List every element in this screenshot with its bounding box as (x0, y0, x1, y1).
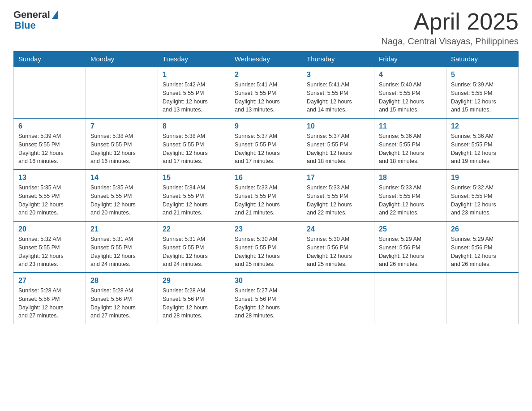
calendar-cell: 13Sunrise: 5:35 AM Sunset: 5:55 PM Dayli… (14, 170, 86, 221)
day-number: 21 (90, 225, 153, 233)
day-info: Sunrise: 5:35 AM Sunset: 5:55 PM Dayligh… (90, 184, 153, 217)
calendar-day-header: Thursday (302, 51, 374, 67)
day-number: 11 (379, 122, 442, 130)
calendar-cell: 14Sunrise: 5:35 AM Sunset: 5:55 PM Dayli… (86, 170, 158, 221)
logo-triangle-icon (52, 10, 58, 19)
day-number: 6 (18, 122, 81, 130)
day-info: Sunrise: 5:40 AM Sunset: 5:55 PM Dayligh… (379, 81, 442, 114)
day-info: Sunrise: 5:33 AM Sunset: 5:55 PM Dayligh… (235, 184, 297, 217)
day-number: 25 (379, 225, 442, 233)
calendar-cell: 17Sunrise: 5:33 AM Sunset: 5:55 PM Dayli… (302, 170, 374, 221)
page-header: General Blue April 2025 Naga, Central Vi… (13, 9, 519, 47)
calendar-day-header: Friday (374, 51, 446, 67)
day-number: 23 (235, 225, 297, 233)
day-info: Sunrise: 5:31 AM Sunset: 5:55 PM Dayligh… (90, 235, 153, 269)
day-info: Sunrise: 5:30 AM Sunset: 5:55 PM Dayligh… (235, 235, 297, 269)
calendar-location: Naga, Central Visayas, Philippines (382, 36, 519, 47)
day-number: 9 (235, 122, 297, 130)
calendar-cell: 24Sunrise: 5:30 AM Sunset: 5:56 PM Dayli… (302, 221, 374, 273)
day-number: 27 (18, 277, 81, 285)
calendar-week-row: 6Sunrise: 5:39 AM Sunset: 5:55 PM Daylig… (14, 118, 519, 170)
day-number: 22 (163, 225, 225, 233)
calendar-cell: 23Sunrise: 5:30 AM Sunset: 5:55 PM Dayli… (230, 221, 302, 273)
day-info: Sunrise: 5:28 AM Sunset: 5:56 PM Dayligh… (18, 287, 81, 320)
logo: General Blue (13, 9, 58, 31)
logo-blue-text: Blue (14, 20, 36, 31)
calendar-day-header: Saturday (446, 51, 519, 67)
calendar-week-row: 27Sunrise: 5:28 AM Sunset: 5:56 PM Dayli… (14, 273, 519, 324)
calendar-cell: 9Sunrise: 5:37 AM Sunset: 5:55 PM Daylig… (230, 118, 302, 170)
day-info: Sunrise: 5:27 AM Sunset: 5:56 PM Dayligh… (235, 287, 297, 320)
calendar-table: SundayMondayTuesdayWednesdayThursdayFrid… (13, 51, 519, 324)
calendar-week-row: 1Sunrise: 5:42 AM Sunset: 5:55 PM Daylig… (14, 67, 519, 118)
calendar-cell: 30Sunrise: 5:27 AM Sunset: 5:56 PM Dayli… (230, 273, 302, 324)
day-info: Sunrise: 5:42 AM Sunset: 5:55 PM Dayligh… (163, 81, 225, 114)
day-info: Sunrise: 5:30 AM Sunset: 5:56 PM Dayligh… (307, 235, 369, 269)
calendar-cell: 19Sunrise: 5:32 AM Sunset: 5:55 PM Dayli… (446, 170, 519, 221)
calendar-cell: 5Sunrise: 5:39 AM Sunset: 5:55 PM Daylig… (446, 67, 519, 118)
day-info: Sunrise: 5:29 AM Sunset: 5:56 PM Dayligh… (451, 235, 514, 269)
day-info: Sunrise: 5:31 AM Sunset: 5:55 PM Dayligh… (163, 235, 225, 269)
day-number: 28 (90, 277, 153, 285)
day-info: Sunrise: 5:32 AM Sunset: 5:55 PM Dayligh… (451, 184, 514, 217)
day-info: Sunrise: 5:32 AM Sunset: 5:55 PM Dayligh… (18, 235, 81, 269)
day-number: 30 (235, 277, 297, 285)
calendar-cell: 1Sunrise: 5:42 AM Sunset: 5:55 PM Daylig… (158, 67, 230, 118)
calendar-cell: 27Sunrise: 5:28 AM Sunset: 5:56 PM Dayli… (14, 273, 86, 324)
day-info: Sunrise: 5:41 AM Sunset: 5:55 PM Dayligh… (235, 81, 297, 114)
day-info: Sunrise: 5:39 AM Sunset: 5:55 PM Dayligh… (18, 132, 81, 166)
calendar-cell: 22Sunrise: 5:31 AM Sunset: 5:55 PM Dayli… (158, 221, 230, 273)
calendar-cell: 26Sunrise: 5:29 AM Sunset: 5:56 PM Dayli… (446, 221, 519, 273)
day-number: 17 (307, 174, 369, 182)
day-info: Sunrise: 5:38 AM Sunset: 5:55 PM Dayligh… (163, 132, 225, 166)
calendar-cell: 25Sunrise: 5:29 AM Sunset: 5:56 PM Dayli… (374, 221, 446, 273)
day-number: 13 (18, 174, 81, 182)
calendar-cell: 20Sunrise: 5:32 AM Sunset: 5:55 PM Dayli… (14, 221, 86, 273)
calendar-cell: 21Sunrise: 5:31 AM Sunset: 5:55 PM Dayli… (86, 221, 158, 273)
calendar-cell: 28Sunrise: 5:28 AM Sunset: 5:56 PM Dayli… (86, 273, 158, 324)
day-number: 8 (163, 122, 225, 130)
day-number: 29 (163, 277, 225, 285)
calendar-week-row: 20Sunrise: 5:32 AM Sunset: 5:55 PM Dayli… (14, 221, 519, 273)
calendar-cell: 2Sunrise: 5:41 AM Sunset: 5:55 PM Daylig… (230, 67, 302, 118)
calendar-header-row: SundayMondayTuesdayWednesdayThursdayFrid… (14, 51, 519, 67)
calendar-cell (86, 67, 158, 118)
calendar-cell: 4Sunrise: 5:40 AM Sunset: 5:55 PM Daylig… (374, 67, 446, 118)
calendar-title: April 2025 (382, 9, 519, 34)
calendar-cell: 3Sunrise: 5:41 AM Sunset: 5:55 PM Daylig… (302, 67, 374, 118)
day-number: 5 (451, 71, 514, 79)
day-info: Sunrise: 5:29 AM Sunset: 5:56 PM Dayligh… (379, 235, 442, 269)
day-info: Sunrise: 5:37 AM Sunset: 5:55 PM Dayligh… (235, 132, 297, 166)
day-number: 15 (163, 174, 225, 182)
day-number: 7 (90, 122, 153, 130)
calendar-day-header: Tuesday (158, 51, 230, 67)
day-number: 12 (451, 122, 514, 130)
day-info: Sunrise: 5:34 AM Sunset: 5:55 PM Dayligh… (163, 184, 225, 217)
calendar-cell: 29Sunrise: 5:28 AM Sunset: 5:56 PM Dayli… (158, 273, 230, 324)
calendar-cell: 8Sunrise: 5:38 AM Sunset: 5:55 PM Daylig… (158, 118, 230, 170)
day-number: 3 (307, 71, 369, 79)
calendar-day-header: Monday (86, 51, 158, 67)
day-info: Sunrise: 5:36 AM Sunset: 5:55 PM Dayligh… (451, 132, 514, 166)
day-number: 10 (307, 122, 369, 130)
calendar-cell: 12Sunrise: 5:36 AM Sunset: 5:55 PM Dayli… (446, 118, 519, 170)
calendar-cell (374, 273, 446, 324)
day-info: Sunrise: 5:38 AM Sunset: 5:55 PM Dayligh… (90, 132, 153, 166)
calendar-week-row: 13Sunrise: 5:35 AM Sunset: 5:55 PM Dayli… (14, 170, 519, 221)
calendar-cell (302, 273, 374, 324)
calendar-cell: 15Sunrise: 5:34 AM Sunset: 5:55 PM Dayli… (158, 170, 230, 221)
day-number: 2 (235, 71, 297, 79)
day-info: Sunrise: 5:36 AM Sunset: 5:55 PM Dayligh… (379, 132, 442, 166)
calendar-day-header: Sunday (14, 51, 86, 67)
day-number: 20 (18, 225, 81, 233)
day-info: Sunrise: 5:33 AM Sunset: 5:55 PM Dayligh… (379, 184, 442, 217)
day-number: 4 (379, 71, 442, 79)
calendar-cell (446, 273, 519, 324)
calendar-cell: 18Sunrise: 5:33 AM Sunset: 5:55 PM Dayli… (374, 170, 446, 221)
title-section: April 2025 Naga, Central Visayas, Philip… (382, 9, 519, 47)
day-number: 19 (451, 174, 514, 182)
day-number: 16 (235, 174, 297, 182)
day-info: Sunrise: 5:28 AM Sunset: 5:56 PM Dayligh… (163, 287, 225, 320)
day-number: 18 (379, 174, 442, 182)
day-number: 24 (307, 225, 369, 233)
